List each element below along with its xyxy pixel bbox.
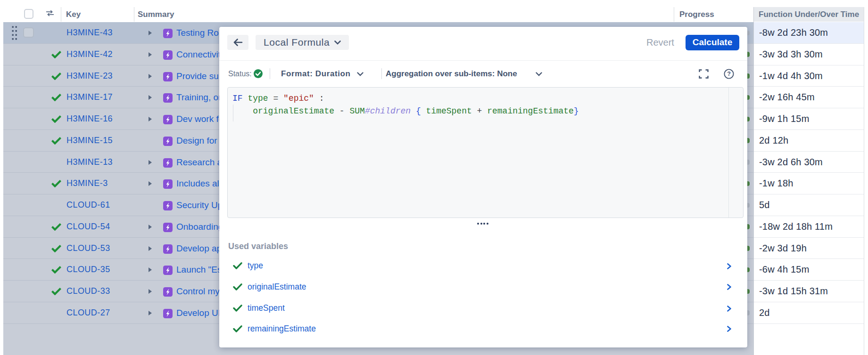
svg-text:?: ? bbox=[727, 71, 731, 77]
